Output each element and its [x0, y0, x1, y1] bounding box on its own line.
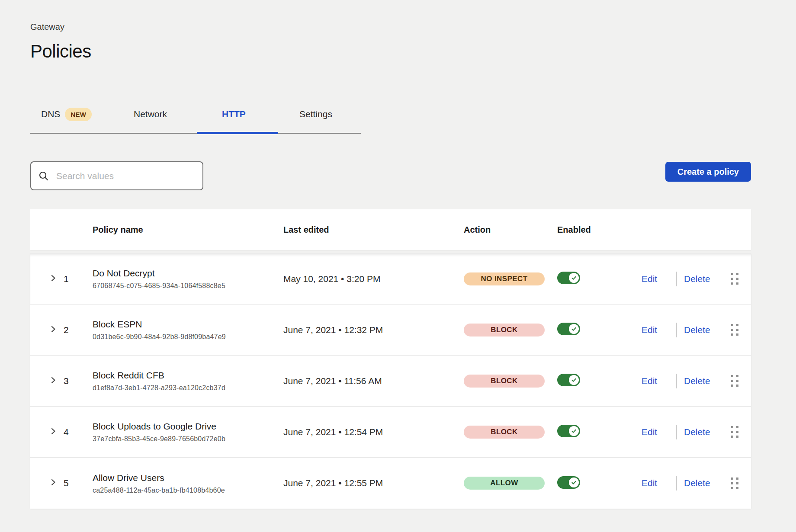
tab-settings-label: Settings [299, 109, 332, 119]
active-tab-indicator [197, 132, 278, 134]
expand-chevron-icon[interactable] [48, 477, 58, 487]
breadcrumb: Gateway [30, 22, 751, 32]
table-row: 4 Block Uploads to Google Drive 37e7cbfa… [30, 407, 751, 458]
action-divider [676, 374, 677, 388]
action-badge: BLOCK [464, 426, 545, 439]
delete-link[interactable]: Delete [684, 325, 710, 335]
row-index: 4 [64, 427, 93, 437]
row-index: 5 [64, 478, 93, 488]
last-edited: June 7, 2021 • 12:54 PM [283, 427, 464, 437]
drag-handle-icon[interactable] [731, 375, 751, 387]
table-row: 2 Block ESPN 0d31be6c-9b90-48a4-92b8-9d8… [30, 304, 751, 356]
row-index: 2 [64, 325, 93, 335]
toggle-check-icon [569, 426, 579, 436]
last-edited: June 7, 2021 • 12:55 PM [283, 478, 464, 488]
policy-name: Block ESPN [93, 319, 283, 330]
search-icon [38, 170, 49, 182]
expand-chevron-icon[interactable] [48, 426, 58, 436]
action-divider [676, 476, 677, 490]
edit-link[interactable]: Edit [642, 376, 657, 386]
drag-handle-icon[interactable] [731, 273, 751, 285]
tab-settings[interactable]: Settings [299, 105, 332, 124]
policy-name: Block Reddit CFB [93, 370, 283, 381]
enabled-toggle[interactable] [557, 476, 580, 489]
drag-handle-icon[interactable] [731, 426, 751, 438]
tab-dns-label: DNS [41, 109, 60, 119]
create-policy-button[interactable]: Create a policy [665, 162, 751, 182]
table-body: 1 Do Not Decrypt 67068745-c075-4685-934a… [30, 253, 751, 509]
policy-id: 67068745-c075-4685-934a-1064f588c8e5 [93, 282, 283, 290]
row-index: 3 [64, 376, 93, 386]
drag-handle-icon[interactable] [731, 324, 751, 336]
row-index: 1 [64, 274, 93, 284]
enabled-toggle[interactable] [557, 374, 580, 386]
tab-dns[interactable]: DNS NEW [41, 105, 92, 124]
toggle-check-icon [569, 375, 579, 385]
toggle-check-icon [569, 324, 579, 334]
expand-chevron-icon[interactable] [48, 324, 58, 334]
policy-name: Allow Drive Users [93, 472, 283, 484]
policy-id: 37e7cbfa-85b3-45ce-9e89-7656b0d72e0b [93, 435, 283, 443]
table-header: Policy name Last edited Action Enabled [30, 209, 751, 250]
new-badge: NEW [65, 108, 92, 121]
delete-link[interactable]: Delete [684, 274, 710, 284]
action-badge: BLOCK [464, 375, 545, 388]
delete-link[interactable]: Delete [684, 478, 710, 488]
col-policy-name: Policy name [93, 225, 283, 235]
policy-id: 0d31be6c-9b90-48a4-92b8-9d8f09ba47e9 [93, 333, 283, 341]
action-badge: ALLOW [464, 477, 545, 490]
search-box[interactable] [30, 161, 203, 190]
policies-table: Policy name Last edited Action Enabled 1… [30, 209, 751, 509]
gateway-policies-page: Gateway Policies DNS NEW Network HTTP Se… [0, 0, 796, 509]
action-badge: BLOCK [464, 324, 545, 337]
search-input[interactable] [56, 171, 196, 181]
tab-bar: DNS NEW Network HTTP Settings [30, 105, 361, 134]
action-divider [676, 272, 677, 286]
table-row: 5 Allow Drive Users ca25a488-112a-45ac-b… [30, 458, 751, 509]
controls-row: Create a policy [30, 161, 751, 190]
col-enabled: Enabled [557, 225, 642, 235]
action-divider [676, 323, 677, 337]
last-edited: June 7, 2021 • 11:56 AM [283, 376, 464, 386]
enabled-toggle[interactable] [557, 425, 580, 437]
tab-network[interactable]: Network [134, 105, 167, 124]
policy-name: Block Uploads to Google Drive [93, 421, 283, 432]
policy-name: Do Not Decrypt [93, 268, 283, 279]
table-row: 1 Do Not Decrypt 67068745-c075-4685-934a… [30, 253, 751, 304]
toggle-check-icon [569, 478, 579, 487]
enabled-toggle[interactable] [557, 272, 580, 284]
edit-link[interactable]: Edit [642, 427, 657, 437]
action-divider [676, 425, 677, 439]
drag-handle-icon[interactable] [731, 478, 751, 489]
tab-http-label: HTTP [222, 109, 246, 119]
policy-id: d1ef8a7d-3eb1-4728-a293-ea120c2cb37d [93, 384, 283, 392]
delete-link[interactable]: Delete [684, 376, 710, 386]
last-edited: May 10, 2021 • 3:20 PM [283, 274, 464, 284]
enabled-toggle[interactable] [557, 323, 580, 335]
col-last-edited: Last edited [283, 225, 464, 235]
page-title: Policies [30, 41, 751, 62]
edit-link[interactable]: Edit [642, 325, 657, 335]
delete-link[interactable]: Delete [684, 427, 710, 437]
col-action: Action [464, 225, 557, 235]
policy-id: ca25a488-112a-45ac-ba1b-fb4108b4b60e [93, 487, 283, 494]
action-badge: NO INSPECT [464, 272, 545, 285]
edit-link[interactable]: Edit [642, 274, 657, 284]
expand-chevron-icon[interactable] [48, 273, 58, 283]
toggle-check-icon [569, 273, 579, 283]
last-edited: June 7, 2021 • 12:32 PM [283, 325, 464, 335]
tab-network-label: Network [134, 109, 167, 119]
tab-http[interactable]: HTTP [222, 105, 246, 124]
expand-chevron-icon[interactable] [48, 375, 58, 385]
edit-link[interactable]: Edit [642, 478, 657, 488]
table-row: 3 Block Reddit CFB d1ef8a7d-3eb1-4728-a2… [30, 356, 751, 407]
